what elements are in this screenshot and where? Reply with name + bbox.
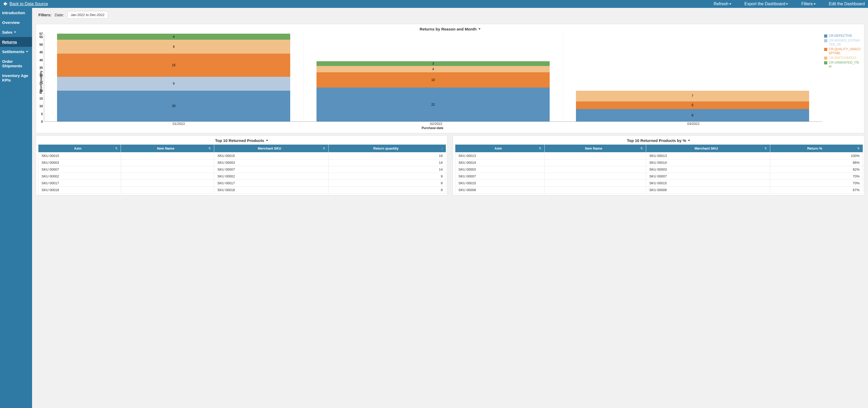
bar-segment[interactable]: 10	[316, 72, 550, 88]
column-header[interactable]: Asin⇅	[38, 145, 121, 153]
legend-label: CR-UNWANTED_ITEM	[829, 61, 861, 68]
export-menu[interactable]: Export the Dashboard	[744, 2, 788, 6]
bar-segment[interactable]: 22	[316, 88, 550, 121]
legend-swatch	[824, 34, 827, 38]
caret-down-icon	[478, 28, 480, 30]
bar-stack[interactable]: 857	[576, 91, 809, 121]
column-header[interactable]: Item Name⇅	[121, 145, 214, 153]
date-range-picker[interactable]: Jan-2022 to Dec-2022	[67, 11, 108, 19]
y-tick: 50	[39, 43, 43, 46]
nav-item-settlements[interactable]: Settlements	[0, 47, 32, 57]
nav-item-order-shipments[interactable]: Order Shipments	[0, 57, 32, 71]
table-row[interactable]: SKU 00003SKU 0000382%	[455, 166, 863, 173]
caret-down-icon	[814, 3, 816, 5]
cell: SKU 00015	[455, 180, 545, 187]
bar-segment[interactable]: 8	[576, 109, 809, 121]
nav-item-inventory-age-kpis[interactable]: Inventory Age KPIs	[0, 71, 32, 85]
arrow-left-icon: 🡸	[3, 2, 7, 6]
table-row[interactable]: SKU 00017SKU 000178	[38, 180, 446, 187]
bar-segment[interactable]: 7	[576, 91, 809, 101]
cell: 70%	[770, 173, 863, 180]
table-row[interactable]: SKU 00007SKU 0000770%	[455, 173, 863, 180]
chart-title[interactable]: Returns by Reason and Month	[36, 24, 864, 33]
table-title-right[interactable]: Top 10 Returned Products by %	[453, 136, 864, 144]
sort-icon: ⇅	[538, 147, 541, 150]
nav-item-introduction[interactable]: Introduction	[0, 8, 32, 18]
y-tick: 20	[39, 89, 43, 93]
column-header[interactable]: Merchant SKU⇅	[646, 145, 770, 153]
x-tick: 03/2022	[565, 122, 822, 126]
table-row[interactable]: SKU 00002SKU 000029	[38, 173, 446, 180]
main-content: Filters: Date: Jan-2022 to Dec-2022 Retu…	[32, 8, 868, 408]
legend-label: CR-DEFECTIVE	[829, 34, 852, 38]
sort-icon: ⇅	[856, 147, 860, 150]
table-row[interactable]: SKU 00003SKU 0000314	[38, 159, 446, 166]
bar-segment[interactable]: 9	[57, 77, 290, 91]
bar-segment[interactable]: 4	[316, 66, 550, 72]
table-row[interactable]: SKU 00015SKU 0001570%	[455, 180, 863, 187]
bar-segment[interactable]: 3	[316, 61, 550, 66]
filters-label: Filters:	[38, 12, 52, 17]
table-top-returned-pct: Top 10 Returned Products by % Asin⇅Item …	[453, 135, 864, 195]
cell: 9	[328, 173, 446, 180]
filters-menu[interactable]: Filters	[801, 2, 816, 6]
cell: 16	[328, 153, 446, 159]
nav-item-returns[interactable]: Returns	[0, 37, 32, 47]
table-row[interactable]: SKU 00018SKU 000188	[38, 187, 446, 193]
back-label[interactable]: Back to Data Source	[9, 2, 48, 6]
cell: 14	[328, 166, 446, 173]
bar-segment[interactable]: 4	[57, 34, 290, 40]
column-header[interactable]: Return %⇅	[770, 145, 863, 153]
refresh-menu[interactable]: Refresh	[714, 2, 731, 6]
cell: 8	[328, 180, 446, 187]
cell: SKU 00002	[38, 173, 121, 180]
back-link[interactable]: 🡸 Back to Data Source	[3, 2, 48, 6]
table-row[interactable]: SKU 00013SKU 00013100%	[455, 153, 863, 159]
legend-item[interactable]: CR-UNWANTED_ITEM	[824, 61, 861, 68]
nav-item-overview[interactable]: Overview	[0, 18, 32, 27]
legend-item[interactable]: CR-DEFECTIVE	[824, 34, 861, 38]
caret-down-icon	[14, 32, 16, 33]
legend-item[interactable]: CR-QUALITY_UNACCEPTABL	[824, 47, 861, 55]
table-row[interactable]: SKU 00015SKU 0001516	[38, 153, 446, 159]
column-header[interactable]: Return quantity↓	[328, 145, 446, 153]
bar-slot: 221043	[303, 34, 563, 121]
table-title-left[interactable]: Top 10 Returned Products	[36, 136, 447, 144]
cell: SKU 00007	[646, 173, 770, 180]
caret-down-icon	[688, 140, 690, 141]
y-tick: 10	[39, 105, 43, 108]
edit-dashboard[interactable]: Edit the Dashboard	[829, 2, 865, 6]
y-tick: 40	[39, 59, 43, 62]
table-row[interactable]: SKU 00007SKU 0000714	[38, 166, 446, 173]
chart-legend: CR-DEFECTIVECR-MISSED_ESTIMATED_DECR-QUA…	[822, 34, 861, 130]
column-header[interactable]: Asin⇅	[455, 145, 545, 153]
legend-swatch	[824, 39, 827, 42]
cell: SKU 00015	[646, 180, 770, 187]
cell: SKU 00013	[646, 153, 770, 159]
bar-stack[interactable]: 2091594	[57, 34, 290, 121]
cell: SKU 00017	[38, 180, 121, 187]
table-row[interactable]: SKU 00008SKU 0000867%	[455, 187, 863, 193]
cell: 86%	[770, 159, 863, 166]
legend-item[interactable]: CR-MISSED_ESTIMATED_DE	[824, 39, 861, 46]
cell: SKU 00008	[646, 187, 770, 193]
cell: SKU 00018	[38, 187, 121, 193]
cell	[545, 153, 646, 159]
bar-segment[interactable]: 5	[576, 101, 809, 109]
legend-swatch	[824, 61, 827, 64]
cell: SKU 00015	[38, 153, 121, 159]
cell	[121, 187, 214, 193]
table-row[interactable]: SKU 00014SKU 0001486%	[455, 159, 863, 166]
bar-segment[interactable]: 15	[57, 54, 290, 77]
bar-segment[interactable]: 20	[57, 91, 290, 121]
cell: 100%	[770, 153, 863, 159]
cell	[121, 180, 214, 187]
legend-item[interactable]: CR-SWITCHEROO	[824, 56, 861, 60]
bar-segment[interactable]: 9	[57, 40, 290, 54]
x-tick: 02/2022	[308, 122, 565, 126]
nav-item-sales[interactable]: Sales	[0, 27, 32, 37]
cell	[121, 166, 214, 173]
column-header[interactable]: Merchant SKU⇅	[214, 145, 328, 153]
bar-stack[interactable]: 221043	[316, 61, 550, 121]
column-header[interactable]: Item Name⇅	[545, 145, 646, 153]
